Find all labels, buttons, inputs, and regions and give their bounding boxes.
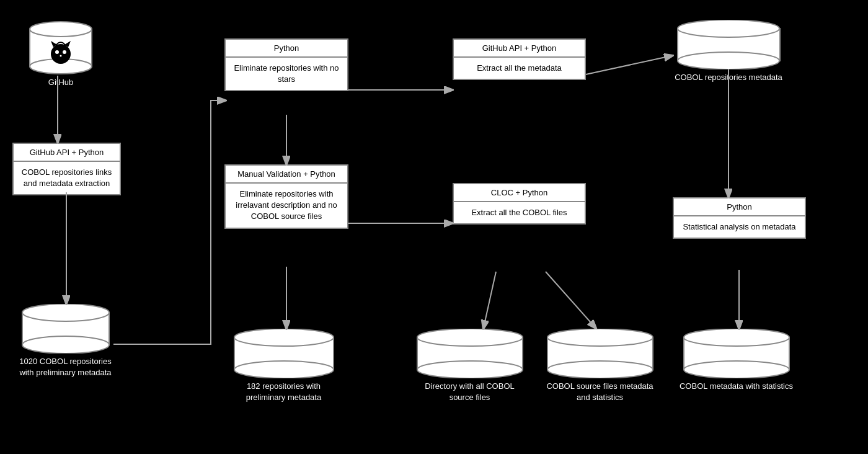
svg-point-24 bbox=[547, 361, 653, 378]
svg-point-9 bbox=[60, 55, 62, 57]
github-db: ⊙ GitHub bbox=[24, 20, 98, 88]
db1-label: 1020 COBOL repositories with preliminary… bbox=[17, 356, 113, 378]
svg-point-12 bbox=[22, 336, 109, 354]
box4-body: Extract all the metadata bbox=[454, 58, 585, 79]
box2: Python Eliminate repositories with no st… bbox=[224, 38, 348, 91]
box2-header: Python bbox=[226, 40, 347, 58]
svg-line-38 bbox=[484, 272, 496, 327]
db5: COBOL source files metadata and statisti… bbox=[542, 329, 657, 403]
svg-point-26 bbox=[684, 329, 789, 346]
box5: CLOC + Python Extract all the COBOL file… bbox=[453, 183, 586, 225]
svg-point-4 bbox=[51, 44, 71, 64]
box1-header: GitHub API + Python bbox=[14, 144, 120, 162]
box4: GitHub API + Python Extract all the meta… bbox=[453, 38, 586, 80]
svg-point-8 bbox=[63, 50, 66, 54]
db5-label: COBOL source files metadata and statisti… bbox=[542, 381, 657, 403]
box6-body: Statistical analysis on metadata bbox=[674, 216, 805, 238]
db2-label: 182 repositories with preliminary metada… bbox=[229, 381, 338, 403]
diagram: ⊙ GitHub GitHub API + Python COBOL repos… bbox=[0, 0, 868, 454]
svg-point-18 bbox=[678, 52, 779, 69]
svg-line-39 bbox=[546, 272, 595, 327]
svg-point-17 bbox=[678, 20, 779, 37]
box5-header: CLOC + Python bbox=[454, 184, 585, 202]
svg-line-35 bbox=[586, 56, 671, 74]
svg-point-1 bbox=[30, 22, 92, 37]
box3-header: Manual Validation + Python bbox=[226, 166, 347, 184]
db4-label: Directory with all COBOL source files bbox=[412, 381, 527, 403]
db3: COBOL repositories metadata bbox=[673, 20, 784, 83]
box3-body: Eliminate repositories with irrelavant d… bbox=[226, 184, 347, 228]
box2-body: Eliminate repositories with no stars bbox=[226, 58, 347, 90]
box1-body: COBOL repositories links and metadata ex… bbox=[14, 162, 120, 194]
box5-body: Extract all the COBOL files bbox=[454, 202, 585, 223]
db1: 1020 COBOL repositories with preliminary… bbox=[17, 304, 113, 378]
github-label: GitHub bbox=[24, 77, 98, 88]
svg-point-20 bbox=[417, 329, 523, 346]
svg-point-7 bbox=[55, 50, 59, 54]
box4-header: GitHub API + Python bbox=[454, 40, 585, 58]
svg-point-21 bbox=[417, 361, 523, 378]
box6: Python Statistical analysis on metadata bbox=[673, 197, 806, 239]
box6-header: Python bbox=[674, 198, 805, 216]
db6: COBOL metadata with statistics bbox=[679, 329, 794, 392]
box1: GitHub API + Python COBOL repositories l… bbox=[12, 143, 121, 195]
svg-point-14 bbox=[234, 329, 334, 346]
db6-label: COBOL metadata with statistics bbox=[679, 381, 794, 392]
svg-point-23 bbox=[547, 329, 653, 346]
svg-point-27 bbox=[684, 361, 789, 378]
db2: 182 repositories with preliminary metada… bbox=[229, 329, 338, 403]
db4: Directory with all COBOL source files bbox=[412, 329, 527, 403]
db3-label: COBOL repositories metadata bbox=[673, 72, 784, 83]
svg-point-15 bbox=[234, 361, 334, 378]
box3: Manual Validation + Python Eliminate rep… bbox=[224, 164, 348, 229]
svg-point-11 bbox=[22, 304, 109, 321]
